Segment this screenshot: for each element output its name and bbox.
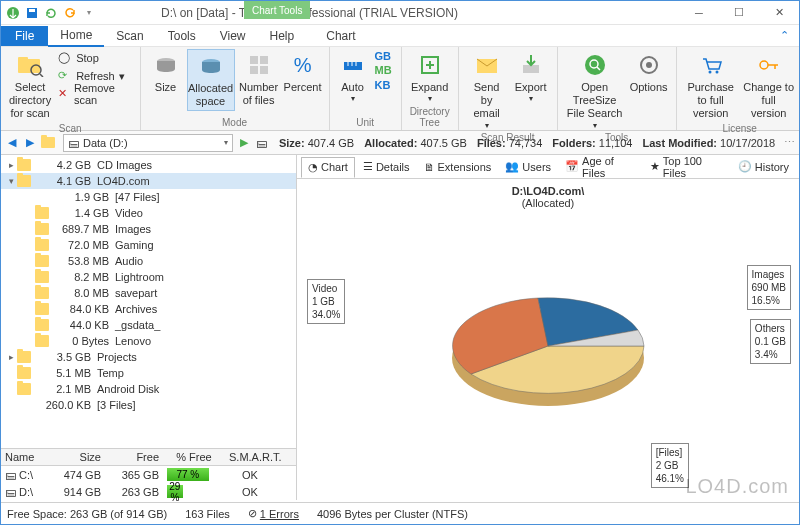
drive-row[interactable]: 🖴 D:\914 GB263 GB29 %OK [1,483,296,500]
drive-label: Data (D:) [83,137,128,149]
tree-row[interactable]: 0 BytesLenovo [1,333,296,349]
folder-icon [35,319,49,331]
tree-size: 1.9 GB [53,191,115,203]
tree-row[interactable]: 1.4 GBVideo [1,205,296,221]
twisty-icon[interactable]: ▸ [5,352,17,362]
file-tab[interactable]: File [1,26,48,46]
twisty-icon[interactable]: ▾ [5,176,17,186]
tools-tab[interactable]: Tools [156,26,208,46]
view-tab[interactable]: View [208,26,258,46]
tree-row[interactable]: 8.0 MBsavepart [1,285,296,301]
save-icon[interactable] [24,5,40,21]
chart-tab[interactable]: Chart [314,26,367,46]
export-button[interactable]: Export▾ [511,49,551,106]
left-pane: ▸4.2 GBCD Images▾4.1 GBLO4D.com1.9 GB[47… [1,155,297,500]
tree-row[interactable]: 8.2 MBLightroom [1,269,296,285]
tree-name: Video [115,207,143,219]
mode-percent-button[interactable]: %Percent [283,49,323,96]
tree-name: Lenovo [115,335,151,347]
select-directory-button[interactable]: Select directory for scan [7,49,53,123]
tree-row[interactable]: 260.0 KB[3 Files] [1,397,296,413]
ribbon-group-tools: Open TreeSize File Search▾ Options Tools [558,47,677,130]
scan-tab[interactable]: Scan [104,26,155,46]
unit-mb[interactable]: MB [372,63,395,77]
remove-scan-button[interactable]: ✕Remove scan [55,85,133,103]
expand-button[interactable]: Expand▾ [408,49,452,106]
nav-up-icon[interactable] [41,134,59,152]
unit-kb[interactable]: KB [372,78,395,92]
tab-users[interactable]: 👥Users [499,157,557,176]
tab-age[interactable]: 📅Age of Files [559,152,642,182]
qat-dropdown-icon[interactable]: ▾ [81,5,97,21]
tab-top100[interactable]: ★Top 100 Files [644,152,730,182]
tree-row[interactable]: 1.9 GB[47 Files] [1,189,296,205]
tree-size: 689.7 MB [53,223,115,235]
cart-icon [697,51,725,79]
refresh-icon[interactable] [43,5,59,21]
status-errors[interactable]: ⊘1 Errors [248,507,299,520]
svg-rect-9 [250,56,258,64]
home-tab[interactable]: Home [48,25,104,47]
tree-row[interactable]: 5.1 MBTemp [1,365,296,381]
folder-icon [35,303,49,315]
directory-tree[interactable]: ▸4.2 GBCD Images▾4.1 GBLO4D.com1.9 GB[47… [1,155,296,448]
folder-search-icon [16,51,44,79]
status-bar: Free Space: 263 GB (of 914 GB) 163 Files… [1,502,799,524]
tree-row[interactable]: 84.0 KBArchives [1,301,296,317]
window-controls: ─ ☐ ✕ [679,1,799,25]
minimize-button[interactable]: ─ [679,1,719,25]
refresh-icon: ⟳ [58,69,72,83]
mode-size-button[interactable]: Size [147,49,185,96]
tree-row[interactable]: 53.8 MBAudio [1,253,296,269]
tree-row[interactable]: 72.0 MBGaming [1,237,296,253]
twisty-icon[interactable]: ▸ [5,160,17,170]
change-version-button[interactable]: Change to full version [741,49,797,123]
help-tab[interactable]: Help [258,26,307,46]
go-button[interactable]: ▶ [237,134,251,152]
col-name[interactable]: Name [1,449,47,465]
nav-back-icon[interactable]: ◀ [5,134,19,152]
options-button[interactable]: Options [628,49,670,96]
label-video: Video1 GB34.0% [307,279,345,324]
unit-auto-button[interactable]: Auto▾ [336,49,370,106]
maximize-button[interactable]: ☐ [719,1,759,25]
drive-pct: 29 % [163,483,225,500]
tab-chart[interactable]: ◔Chart [301,157,355,178]
col-free[interactable]: Free [105,449,163,465]
col-smart[interactable]: S.M.A.R.T. [225,449,275,465]
tree-size: 72.0 MB [53,239,115,251]
tab-details[interactable]: ☰Details [357,157,416,176]
ribbon-group-result: Send by email▾ Export▾ Scan Result [459,47,558,130]
mode-allocated-button[interactable]: Allocated space [187,49,235,111]
mode-files-button[interactable]: Number of files [237,49,281,109]
col-pct[interactable]: % Free [163,449,225,465]
tab-extensions[interactable]: 🗎Extensions [418,158,498,176]
tree-size: 0 Bytes [53,335,115,347]
drive-row[interactable]: 🖴 C:\474 GB365 GB77 %OK [1,466,296,483]
tree-row[interactable]: 44.0 KB_gsdata_ [1,317,296,333]
tree-row[interactable]: 689.7 MBImages [1,221,296,237]
col-size[interactable]: Size [47,449,105,465]
drive-combo[interactable]: 🖴 Data (D:) ▾ [63,134,233,152]
purchase-button[interactable]: Purchase to full version [683,49,739,123]
collapse-ribbon-icon[interactable]: ⌃ [770,26,799,45]
tree-row[interactable]: ▸4.2 GBCD Images [1,157,296,173]
tree-row[interactable]: ▸3.5 GBProjects [1,349,296,365]
unit-sizes: GB MB KB [372,49,395,92]
stop-button[interactable]: ◯Stop [55,49,133,67]
pie-chart[interactable] [433,272,663,432]
close-button[interactable]: ✕ [759,1,799,25]
tree-row[interactable]: 2.1 MBAndroid Disk [1,381,296,397]
app-icon [5,5,21,21]
folder-icon [35,207,49,219]
stats-more-icon[interactable]: ⋯ [784,136,795,149]
unit-gb[interactable]: GB [372,49,395,63]
file-search-button[interactable]: Open TreeSize File Search▾ [564,49,626,132]
tree-row[interactable]: ▾4.1 GBLO4D.com [1,173,296,189]
nav-forward-icon[interactable]: ▶ [23,134,37,152]
send-email-button[interactable]: Send by email▾ [465,49,509,132]
refresh-orange-icon[interactable] [62,5,78,21]
tab-history[interactable]: 🕘History [732,157,795,176]
tree-size: 5.1 MB [35,367,97,379]
drive-details-icon[interactable]: 🖴 [255,134,269,152]
